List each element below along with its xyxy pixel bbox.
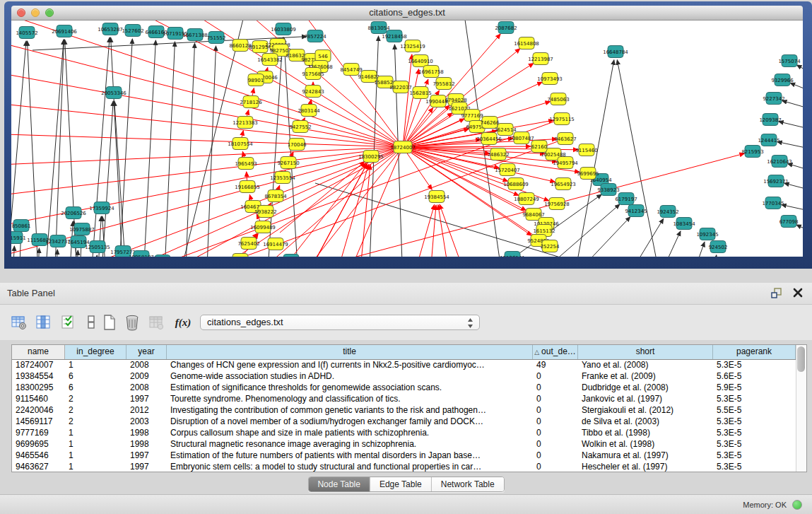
table-cell[interactable]: 0 xyxy=(533,462,578,472)
table-cell[interactable]: Stergiakouli et al. (2012) xyxy=(578,405,713,416)
tab-edge-table[interactable]: Edge Table xyxy=(370,477,432,491)
table-row[interactable]: 946554611997Estimation of the future num… xyxy=(12,450,806,462)
table-cell[interactable]: 9699695 xyxy=(12,439,65,450)
table-cell[interactable]: 1 xyxy=(65,428,126,439)
table-cell[interactable]: Tourette syndrome. Phenomenology and cla… xyxy=(167,394,533,405)
table-cell[interactable]: 5.3E-5 xyxy=(713,394,796,405)
table-cell[interactable]: 0 xyxy=(533,394,578,405)
table-cell[interactable]: Tibbo et al. (1998) xyxy=(578,428,713,439)
table-cell[interactable]: 9115460 xyxy=(12,394,65,405)
table-cell[interactable]: Embryonic stem cells: a model to study s… xyxy=(167,462,533,472)
column-header-in_degree[interactable]: in_degree xyxy=(65,345,126,359)
table-row[interactable]: 2242004622012Investigating the contribut… xyxy=(12,405,806,416)
table-cell[interactable]: 5.6E-5 xyxy=(713,371,796,382)
graph-node-teal[interactable] xyxy=(155,255,170,257)
table-cell[interactable]: Disruption of a novel member of a sodium… xyxy=(167,416,533,428)
table-cell[interactable]: 22420046 xyxy=(12,405,65,416)
function-builder-button[interactable]: f(x) xyxy=(174,313,192,332)
table-cell[interactable]: 5.3E-5 xyxy=(713,416,796,428)
table-cell[interactable]: 0 xyxy=(533,416,578,428)
select-all-check-icon[interactable] xyxy=(59,313,78,332)
column-header-short[interactable]: short xyxy=(578,345,713,359)
table-cell[interactable]: 1 xyxy=(65,360,126,371)
table-cell[interactable]: 14569117 xyxy=(12,416,65,428)
table-cell[interactable]: 2 xyxy=(65,416,126,428)
table-cell[interactable]: 5.3E-5 xyxy=(713,462,796,472)
table-cell[interactable]: de Silva et al. (2003) xyxy=(578,416,713,428)
close-window-button[interactable] xyxy=(17,8,25,17)
scrollbar-thumb[interactable] xyxy=(797,346,805,372)
table-cell[interactable]: Investigating the contribution of common… xyxy=(167,405,533,416)
column-header-title[interactable]: title xyxy=(167,345,533,359)
table-cell[interactable]: 1997 xyxy=(126,462,167,472)
tab-network-table[interactable]: Network Table xyxy=(432,477,504,491)
table-cell[interactable]: Wolkin et al. (1998) xyxy=(578,439,713,450)
graph-node-teal[interactable] xyxy=(283,255,299,257)
close-panel-icon[interactable] xyxy=(792,287,804,298)
table-cell[interactable]: 2009 xyxy=(126,371,167,382)
table-row[interactable]: 1938455462009Genome-wide association stu… xyxy=(12,371,806,382)
delete-trash-icon[interactable] xyxy=(123,313,141,332)
minimize-window-button[interactable] xyxy=(31,8,40,17)
window-titlebar[interactable]: citations_edges.txt xyxy=(11,6,803,21)
table-cell[interactable]: Structural magnetic resonance image aver… xyxy=(167,439,533,450)
table-cell[interactable]: 18724007 xyxy=(12,360,65,371)
table-cell[interactable]: 9465546 xyxy=(12,450,65,462)
table-cell[interactable]: 5.3E-5 xyxy=(713,450,796,462)
table-row[interactable]: 1830029562008Estimation of significance … xyxy=(12,382,806,394)
table-cell[interactable]: 2 xyxy=(65,394,126,405)
table-cell[interactable]: Nakamura et al. (1997) xyxy=(578,450,713,462)
table-cell[interactable]: Changes of HCN gene expression and I(f) … xyxy=(167,360,533,371)
table-cell[interactable]: 1997 xyxy=(126,450,167,462)
table-cell[interactable]: 5.3E-5 xyxy=(713,439,796,450)
table-cell[interactable]: 2008 xyxy=(126,382,167,394)
table-cell[interactable]: 0 xyxy=(533,439,578,450)
table-cell[interactable]: 0 xyxy=(533,371,578,382)
table-cell[interactable]: 0 xyxy=(533,382,578,394)
new-document-icon[interactable] xyxy=(100,313,119,332)
column-header-name[interactable]: name xyxy=(12,345,65,359)
table-cell[interactable]: Jankovic et al. (1997) xyxy=(578,394,713,405)
table-cell[interactable]: 1998 xyxy=(126,439,167,450)
table-cell[interactable]: Yano et al. (2008) xyxy=(578,360,713,371)
table-cell[interactable]: 1998 xyxy=(126,428,167,439)
column-header-pagerank[interactable]: pagerank xyxy=(713,345,796,359)
table-cell[interactable]: 49 xyxy=(533,360,578,371)
table-column-icon[interactable] xyxy=(34,313,52,332)
rows-icon[interactable] xyxy=(82,313,100,332)
column-header-year[interactable]: year xyxy=(126,345,167,359)
table-cell[interactable]: Franke et al. (2009) xyxy=(578,371,713,382)
table-cell[interactable]: 2008 xyxy=(126,360,167,371)
table-row[interactable]: 1456911722003Disruption of a novel membe… xyxy=(12,416,806,428)
table-cell[interactable]: 0 xyxy=(533,405,578,416)
table-cell[interactable]: Estimation of the future numbers of pati… xyxy=(167,450,533,462)
table-row[interactable]: 969969511998Structural magnetic resonanc… xyxy=(12,439,806,450)
zoom-window-button[interactable] xyxy=(45,8,54,17)
table-settings-icon[interactable] xyxy=(10,313,28,332)
table-cell[interactable]: 1 xyxy=(65,439,126,450)
graph-canvas[interactable]: 1872400714055722069140610653287152760264… xyxy=(11,21,803,257)
table-row[interactable]: 911546021997Tourette syndrome. Phenomeno… xyxy=(12,394,806,405)
table-cell[interactable]: 5.3E-5 xyxy=(713,360,796,371)
float-panel-icon[interactable] xyxy=(771,287,782,298)
table-cell[interactable]: 0 xyxy=(533,428,578,439)
table-row[interactable]: 977716911998Corpus callosum shape and si… xyxy=(12,428,806,439)
table-cell[interactable]: 1 xyxy=(65,450,126,462)
table-vertical-scrollbar[interactable] xyxy=(796,345,806,472)
table-cell[interactable]: 19384554 xyxy=(12,371,65,382)
table-cell[interactable]: 2012 xyxy=(126,405,167,416)
tab-node-table[interactable]: Node Table xyxy=(308,477,370,491)
table-cell[interactable]: 1 xyxy=(65,462,126,472)
table-cell[interactable]: 9463627 xyxy=(12,462,65,472)
table-row[interactable]: 946362711997Embryonic stem cells: a mode… xyxy=(12,462,806,472)
table-cell[interactable]: Dudbridge et al. (2008) xyxy=(578,382,713,394)
table-cell[interactable]: Corpus callosum shape and size in male p… xyxy=(167,428,533,439)
table-cell[interactable]: 5.9E-5 xyxy=(713,382,796,394)
table-cell[interactable]: 18300295 xyxy=(12,382,65,394)
table-cell[interactable]: 5.3E-5 xyxy=(713,428,796,439)
table-cell[interactable]: 0 xyxy=(533,450,578,462)
table-cell[interactable]: 9777169 xyxy=(12,428,65,439)
table-cell[interactable]: Estimation of significance thresholds fo… xyxy=(167,382,533,394)
table-cell[interactable]: 2 xyxy=(65,405,126,416)
table-cell[interactable]: 1997 xyxy=(126,394,167,405)
